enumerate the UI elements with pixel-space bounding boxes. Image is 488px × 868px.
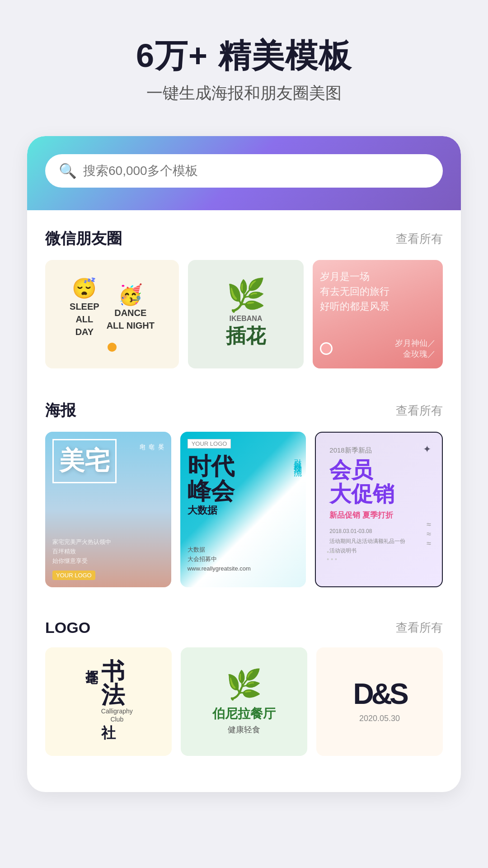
poster-card-bigdata[interactable]: YOUR LOGO 时代峰会 大数据 引领科技潮流 大数据大会招募中www.re… [180,432,306,587]
wechat-section-header: 微信朋友圈 查看所有 [45,228,443,249]
logo-section: LOGO 查看所有 挥毫 书法 CalligraphyClub 社 [27,601,461,756]
poster-sub: 引领科技潮流 [292,453,303,463]
wechat-card-grid: 😴 SLEEPALLDAY 🥳 DANCEALL NIGHT 🌿 IKEBANA… [45,260,443,368]
poster-detail2: 2018.03.01-03.08 活动期间凡达活动满额礼品一份 活动说明书 [329,527,428,556]
restaurant-icon: 🌿 [212,668,276,702]
poster-bottom-text: 家宅完美严火热认领中百坪精致始你惬意享受 [52,538,164,566]
calligraphy-en: CalligraphyClub [101,707,133,723]
meizhai-text: 美宅 [52,439,117,483]
poem-bottom: 岁月神仙／金玫瑰／ [320,338,436,359]
wechat-card-ikebana[interactable]: 🌿 IKEBANA 插花 [188,260,304,368]
dance-text: DANCEALL NIGHT [107,307,155,332]
search-bar[interactable]: 🔍 [45,154,443,188]
pink-dot [320,342,333,355]
poster-prefix: 大数据 [188,504,299,517]
poster-card-member[interactable]: 2018新季新品 会员大促销 新品促销 夏季打折 2018.03.01-03.0… [315,432,443,587]
poster-section-title: 海报 [45,400,76,421]
app-card: 🔍 微信朋友圈 查看所有 😴 SLEEPALLDAY 🥳 DANCEALL NI… [27,136,461,792]
restaurant-sub: 健康轻食 [212,724,276,735]
poster-section: 海报 查看所有 美宅 尽美宅在宅向 家宅完美严火热认领中百坪精致始你惬意享受 Y… [27,382,461,587]
restaurant-name: 伯尼拉餐厅 [212,705,276,722]
poster-year: 2018新季新品 [329,446,428,455]
your-logo-badge: YOUR LOGO [52,571,95,580]
wechat-card-poem[interactable]: 岁月是一场有去无回的旅行好听的都是风景 岁月神仙／金玫瑰／ [313,260,443,368]
poem-sub: 岁月神仙／金玫瑰／ [395,338,436,359]
poster-card-meizhai[interactable]: 美宅 尽美宅在宅向 家宅完美严火热认领中百坪精致始你惬意享受 YOUR LOGO [45,432,171,587]
sub-title: 一键生成海报和朋友圈美图 [18,82,470,104]
search-bar-container: 🔍 [27,136,461,210]
calligraphy-shufa: 书法 [101,660,125,707]
wechat-card-dot [108,343,117,352]
logo-section-header: LOGO 查看所有 [45,619,443,637]
ikebana-cn: 插花 [226,323,266,349]
wechat-section-title: 微信朋友圈 [45,228,122,249]
ikebana-en: IKEBANA [226,315,266,323]
poster-detail: 大数据大会招募中www.reallygreatsite.com [188,545,251,573]
poster-main: 时代峰会 [188,454,299,503]
ds-date: 2020.05.30 [353,714,406,723]
poster-member: 会员大促销 [329,458,428,506]
logo-view-all[interactable]: 查看所有 [396,620,443,636]
poem-text: 岁月是一场有去无回的旅行好听的都是风景 [320,269,436,314]
sleep-text: SLEEPALLDAY [70,300,99,338]
ds-text: D&S [353,679,406,708]
poster-card-grid: 美宅 尽美宅在宅向 家宅完美严火热认领中百坪精致始你惬意享受 YOUR LOGO… [45,432,443,587]
deco-dots: • • •• • • [327,548,337,563]
main-title: 6万+ 精美模板 [18,36,470,75]
logo-card-restaurant[interactable]: 🌿 伯尼拉餐厅 健康轻食 [181,647,307,756]
poster-logo: YOUR LOGO [188,439,231,448]
calligraphy-she: 社 [101,723,116,743]
search-icon: 🔍 [59,162,77,179]
logo-card-calligraphy[interactable]: 挥毫 书法 CalligraphyClub 社 [45,647,172,756]
search-input[interactable] [83,164,429,178]
poster-promo: 新品促销 夏季打折 [329,510,428,520]
poster-section-header: 海报 查看所有 [45,400,443,421]
deco-cross-top: ✦ [423,443,431,455]
header-section: 6万+ 精美模板 一键生成海报和朋友圈美图 [0,0,488,123]
wechat-card-sleep-dance[interactable]: 😴 SLEEPALLDAY 🥳 DANCEALL NIGHT [45,260,179,368]
logo-section-title: LOGO [45,619,90,637]
logo-card-grid: 挥毫 书法 CalligraphyClub 社 🌿 伯尼拉餐厅 健康轻食 [45,647,443,756]
wechat-view-all[interactable]: 查看所有 [396,231,443,247]
logo-card-ds[interactable]: D&S 2020.05.30 [316,647,443,756]
wechat-section: 微信朋友圈 查看所有 😴 SLEEPALLDAY 🥳 DANCEALL NIGH… [27,210,461,368]
poster-view-all[interactable]: 查看所有 [396,403,443,419]
deco-lines: ≈≈≈ [427,520,431,548]
